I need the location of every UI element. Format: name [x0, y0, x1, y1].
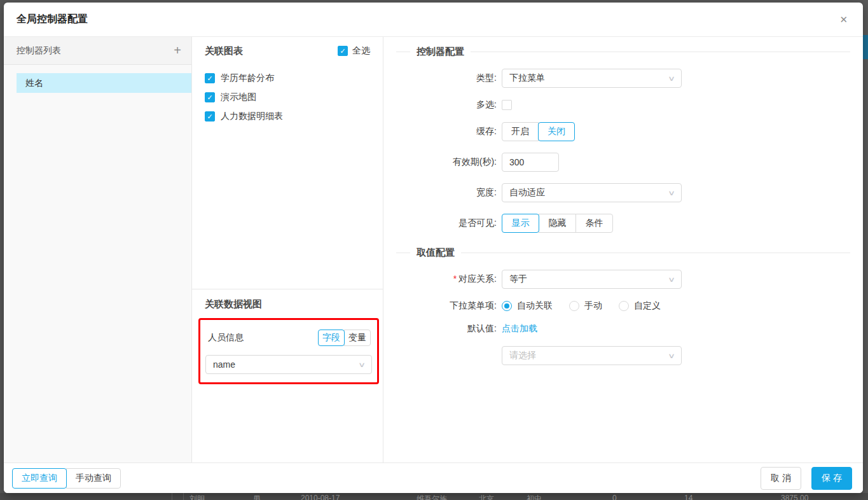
section-title-text: 控制器配置 — [417, 46, 464, 58]
radio-icon[interactable] — [619, 301, 629, 311]
radio-icon[interactable] — [502, 301, 512, 311]
cancel-button[interactable]: 取 消 — [761, 467, 801, 490]
field-select[interactable]: name ∨ — [205, 355, 372, 374]
dialog-footer: 立即查询 手动查询 取 消 保 存 — [4, 462, 863, 493]
relation-label: *对应关系: — [396, 274, 502, 285]
save-button[interactable]: 保 存 — [811, 467, 852, 490]
chevron-down-icon: ∨ — [668, 74, 675, 83]
highlight-box: 人员信息 字段 变量 name ∨ — [198, 318, 379, 384]
controller-config-section-title: 控制器配置 — [396, 46, 850, 58]
table-grid-line — [172, 493, 172, 500]
relation-label-text: 对应关系: — [458, 274, 497, 284]
controller-list-item-name[interactable]: 姓名 — [17, 73, 191, 93]
radio-icon[interactable] — [569, 301, 579, 311]
relation-select-value: 等于 — [509, 274, 527, 285]
width-select[interactable]: 自动适应 ∨ — [502, 183, 682, 202]
select-all-checkbox[interactable]: ✓ — [338, 46, 348, 56]
bg-cell-num1: 0 — [612, 494, 617, 500]
default-value-label: 默认值: — [396, 323, 502, 335]
default-select-row: 请选择 ∨ — [396, 346, 850, 365]
mode-variable-button[interactable]: 变量 — [344, 330, 371, 346]
type-label: 类型: — [396, 73, 502, 84]
linked-charts-section: 关联图表 ✓ 全选 ✓ 学历年龄分布 ✓ 演示地图 — [192, 37, 383, 289]
bg-cell-education: 初中 — [527, 494, 542, 500]
query-mode-group: 立即查询 手动查询 — [12, 468, 121, 489]
radio-option-custom[interactable]: 自定义 — [619, 300, 661, 312]
background-table-row: 刘明 男 2010-08-17 维吾尔族 北京 初中 0 14 3875.00 — [0, 493, 868, 500]
bg-cell-num2: 14 — [684, 494, 692, 500]
select-all-control[interactable]: ✓ 全选 — [338, 45, 370, 57]
bg-cell-ethnicity: 维吾尔族 — [417, 494, 447, 500]
global-controller-config-dialog: 全局控制器配置 ✕ 控制器列表 + 姓名 关联图表 ✓ — [4, 3, 863, 493]
controller-list-header: 控制器列表 + — [4, 37, 191, 65]
chart-item-hr-detail[interactable]: ✓ 人力数据明细表 — [205, 107, 370, 126]
type-select[interactable]: 下拉菜单 ∨ — [502, 69, 682, 88]
bg-cell-amount: 3875.00 — [781, 494, 808, 500]
relation-select[interactable]: 等于 ∨ — [502, 270, 682, 289]
relation-row: *对应关系: 等于 ∨ — [396, 270, 850, 289]
field-variable-toggle: 字段 变量 — [318, 330, 371, 346]
chart-checkbox[interactable]: ✓ — [205, 92, 215, 102]
add-controller-icon[interactable]: + — [174, 43, 181, 58]
bg-cell-city: 北京 — [479, 494, 494, 500]
chart-item-demo-map[interactable]: ✓ 演示地图 — [205, 88, 370, 107]
width-row: 宽度: 自动适应 ∨ — [396, 183, 850, 202]
linked-dataview-title: 关联数据视图 — [205, 298, 370, 310]
cache-label: 缓存: — [396, 126, 502, 137]
dialog-body: 控制器列表 + 姓名 关联图表 ✓ 全选 — [4, 37, 863, 462]
multiselect-row: 多选: — [396, 99, 850, 111]
cache-off-button[interactable]: 关闭 — [538, 122, 575, 141]
table-grid-line — [183, 493, 184, 500]
query-now-button[interactable]: 立即查询 — [12, 468, 67, 489]
type-select-value: 下拉菜单 — [509, 73, 545, 84]
bg-cell-name: 刘明 — [189, 494, 205, 500]
width-label: 宽度: — [396, 187, 502, 198]
visibility-hide-button[interactable]: 隐藏 — [539, 214, 576, 233]
chart-checkbox[interactable]: ✓ — [205, 73, 215, 83]
load-defaults-link[interactable]: 点击加载 — [502, 323, 537, 335]
cache-row: 缓存: 开启 关闭 — [396, 122, 850, 141]
visibility-condition-button[interactable]: 条件 — [575, 214, 613, 233]
select-all-label: 全选 — [352, 45, 370, 57]
linked-charts-header: 关联图表 ✓ 全选 — [192, 37, 383, 65]
multiselect-checkbox[interactable] — [502, 100, 512, 110]
mode-field-button[interactable]: 字段 — [318, 330, 345, 346]
required-mark: * — [453, 274, 457, 284]
radio-label: 手动 — [584, 300, 602, 312]
bg-cell-date: 2010-08-17 — [301, 494, 340, 500]
default-value-row: 默认值: 点击加载 — [396, 323, 850, 335]
close-icon[interactable]: ✕ — [839, 15, 848, 24]
chevron-down-icon: ∨ — [668, 275, 675, 284]
visibility-label: 是否可见: — [396, 218, 502, 229]
chevron-down-icon: ∨ — [668, 189, 675, 197]
value-config-section-title: 取值配置 — [396, 247, 850, 259]
radio-option-manual[interactable]: 手动 — [569, 300, 602, 312]
dataset-name: 人员信息 — [208, 332, 244, 344]
multiselect-label: 多选: — [396, 99, 502, 111]
default-select-placeholder: 请选择 — [509, 350, 536, 361]
default-value-select[interactable]: 请选择 ∨ — [502, 346, 682, 365]
chart-checkbox-list: ✓ 学历年龄分布 ✓ 演示地图 ✓ 人力数据明细表 — [192, 65, 383, 126]
ttl-input[interactable]: 300 — [502, 153, 559, 172]
chevron-down-icon: ∨ — [668, 352, 675, 360]
controller-list-panel: 控制器列表 + 姓名 — [4, 37, 192, 462]
value-config-form: *对应关系: 等于 ∨ 下拉菜单项: 自动关联 — [396, 270, 850, 365]
cache-on-button[interactable]: 开启 — [502, 122, 539, 141]
radio-label: 自定义 — [634, 300, 661, 312]
visibility-row: 是否可见: 显示 隐藏 条件 — [396, 214, 850, 233]
query-manual-button[interactable]: 手动查询 — [66, 468, 121, 489]
chart-item-edu-age[interactable]: ✓ 学历年龄分布 — [205, 69, 370, 88]
field-select-value: name — [213, 359, 235, 370]
dialog-header: 全局控制器配置 ✕ — [4, 3, 863, 37]
type-row: 类型: 下拉菜单 ∨ — [396, 69, 850, 88]
bg-cell-gender: 男 — [253, 494, 261, 500]
linked-dataview-section: 关联数据视图 人员信息 字段 变量 name ∨ — [192, 289, 383, 384]
visibility-toggle-group: 显示 隐藏 条件 — [502, 214, 613, 233]
chart-checkbox[interactable]: ✓ — [205, 111, 215, 122]
ttl-label: 有效期(秒): — [396, 156, 502, 168]
visibility-show-button[interactable]: 显示 — [502, 214, 539, 233]
chart-item-label: 演示地图 — [221, 92, 256, 103]
radio-option-auto[interactable]: 自动关联 — [502, 300, 553, 312]
width-select-value: 自动适应 — [509, 187, 545, 198]
menu-items-label: 下拉菜单项: — [396, 300, 502, 312]
